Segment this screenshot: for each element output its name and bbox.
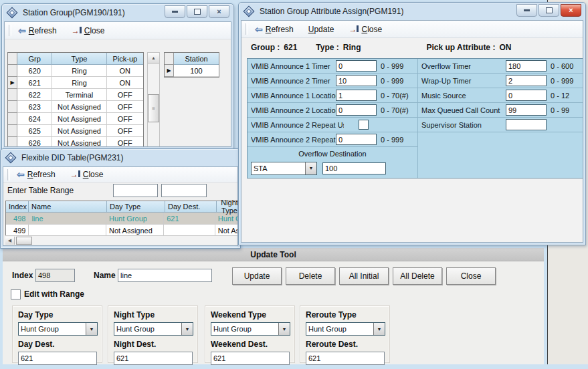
night-dest-input[interactable]: 621 xyxy=(114,352,193,365)
chevron-down-icon[interactable]: ▼ xyxy=(373,323,385,335)
toolbar-handle[interactable] xyxy=(246,23,248,35)
did-titlebar[interactable]: Flexible DID Table(PGM231) xyxy=(1,149,240,166)
col-header-night-type[interactable]: Night Type xyxy=(217,201,238,213)
col-header-grp[interactable]: Grp xyxy=(17,53,52,65)
vmib-announce2-repeat-use-checkbox[interactable] xyxy=(359,120,369,130)
weekend-type-select[interactable]: Hunt Group ▼ xyxy=(211,322,290,336)
close-menu-button[interactable]: → Close xyxy=(68,168,106,180)
table-row[interactable]: 622 Terminal OFF xyxy=(8,89,143,101)
refresh-button[interactable]: ⇦ Refresh xyxy=(15,168,58,180)
station-group-toolbar: ⇦ Refresh → Close xyxy=(5,22,231,39)
night-dest-label: Night Dest. xyxy=(114,340,192,349)
station-group-titlebar[interactable]: Station Group(PGM190/191) × xyxy=(2,4,233,21)
max-queued-call-count-input[interactable]: 99 xyxy=(506,104,547,116)
overflow-destination-value-input[interactable]: 100 xyxy=(322,162,386,174)
wrap-up-timer-input[interactable]: 2 xyxy=(506,75,547,86)
group-label: Group : xyxy=(251,43,280,52)
name-label: Name xyxy=(94,271,116,280)
table-range-row: Enter Table Range xyxy=(3,182,237,198)
col-header-index[interactable]: Index xyxy=(6,201,29,213)
table-row-selected[interactable]: ▶ 100 xyxy=(165,65,219,77)
chevron-down-icon[interactable]: ▼ xyxy=(278,323,290,335)
night-type-select[interactable]: Hunt Group ▼ xyxy=(114,322,193,336)
vmib-announce1-timer-input[interactable]: 0 xyxy=(336,60,377,72)
close-menu-button[interactable]: → Close xyxy=(347,23,384,35)
table-row[interactable]: 623 Not Assigned OFF xyxy=(8,101,143,113)
table-row[interactable]: 626 Not Assigned OFF xyxy=(8,137,143,147)
range-to-input[interactable] xyxy=(161,184,207,197)
overflow-destination-type-select[interactable]: STA ▼ xyxy=(251,162,317,175)
form-row: VMIB Announce 2 Repeat Timer 0 0 - 999 xyxy=(248,132,417,147)
exit-icon: → xyxy=(70,170,80,178)
supervisor-station-input[interactable] xyxy=(506,119,547,130)
scroll-left-button[interactable]: ◀ xyxy=(5,237,15,245)
delete-button[interactable]: Delete xyxy=(286,267,335,285)
close-button[interactable]: × xyxy=(209,5,229,18)
update-menu-button[interactable]: Update xyxy=(306,23,336,35)
col-header-station[interactable]: Station xyxy=(174,53,219,65)
restore-button[interactable] xyxy=(187,5,207,18)
attribute-titlebar[interactable]: Station Group Attribute Assign(PGM191) × xyxy=(239,3,585,20)
col-header-name[interactable]: Name xyxy=(29,201,107,213)
reroute-dest-input[interactable]: 621 xyxy=(306,352,385,365)
toolbar-handle[interactable] xyxy=(7,169,10,180)
day-dest-input[interactable]: 621 xyxy=(18,352,97,365)
table-row[interactable]: 620 Ring ON xyxy=(8,65,143,77)
table-row-selected[interactable]: ▶ 621 Ring ON xyxy=(8,77,143,89)
group-table-scrollbar[interactable]: ▲ ≡ xyxy=(147,52,160,147)
vmib-announce2-timer-input[interactable]: 10 xyxy=(336,75,377,86)
col-header-type[interactable]: Type xyxy=(52,53,106,65)
chevron-down-icon[interactable]: ▼ xyxy=(181,323,193,335)
did-hscrollbar[interactable]: ◀ xyxy=(5,235,238,245)
vmib-announce1-location-input[interactable]: 1 xyxy=(336,90,377,101)
window-icon xyxy=(243,6,255,17)
name-input[interactable]: line xyxy=(118,269,212,282)
weekend-dest-input[interactable]: 621 xyxy=(211,352,290,365)
index-input[interactable]: 498 xyxy=(35,269,75,282)
all-initial-button[interactable]: All Initial xyxy=(339,267,389,285)
table-row[interactable]: 624 Not Assigned OFF xyxy=(8,113,143,125)
close-button[interactable]: Close xyxy=(446,267,496,285)
range-from-input[interactable] xyxy=(113,184,158,197)
day-group: Day Type Hunt Group ▼ Day Dest. 621 xyxy=(12,305,102,363)
vmib-announce2-location-input[interactable]: 0 xyxy=(336,104,377,116)
minimize-button[interactable] xyxy=(165,5,185,18)
close-menu-button[interactable]: → Close xyxy=(70,25,107,37)
table-row[interactable]: 625 Not Assigned OFF xyxy=(8,125,143,137)
did-table-header: Index Name Day Type Day Dest. Night Type xyxy=(6,201,238,213)
form-row: VMIB Announce 2 Timer 10 0 - 999 xyxy=(248,74,417,88)
close-button[interactable]: × xyxy=(561,4,581,17)
form-row: Supervisor Station xyxy=(418,118,583,132)
refresh-button[interactable]: ⇦ Refresh xyxy=(16,25,59,37)
restore-button[interactable] xyxy=(538,4,559,17)
all-delete-button[interactable]: All Delete xyxy=(393,267,442,285)
refresh-button[interactable]: ⇦ Refresh xyxy=(253,23,296,35)
scroll-thumb[interactable] xyxy=(16,237,32,245)
music-source-input[interactable]: 0 xyxy=(506,90,547,101)
toolbar-handle[interactable] xyxy=(9,25,11,36)
edit-with-range-checkbox[interactable] xyxy=(11,289,21,299)
selected-row-marker-icon: ▶ xyxy=(10,80,14,86)
chevron-down-icon[interactable]: ▼ xyxy=(86,323,97,335)
col-header-day-dest[interactable]: Day Dest. xyxy=(165,201,217,213)
did-row-selected[interactable]: 498 line Hunt Group 621 Hunt Group xyxy=(6,213,238,225)
did-table: Index Name Day Type Day Dest. Night Type… xyxy=(5,201,238,237)
reroute-type-label: Reroute Type xyxy=(306,310,384,320)
did-table-window: Flexible DID Table(PGM231) ⇦ Refresh → C… xyxy=(0,148,241,249)
day-dest-label: Day Dest. xyxy=(18,340,96,349)
update-button[interactable]: Update xyxy=(232,267,282,285)
overflow-timer-input[interactable]: 180 xyxy=(506,60,547,72)
attribute-form: VMIB Announce 1 Timer 0 0 - 999 VMIB Ann… xyxy=(247,58,583,178)
col-header-day-type[interactable]: Day Type xyxy=(107,201,165,213)
minimize-button[interactable] xyxy=(516,4,537,17)
selected-row-marker-icon: ▶ xyxy=(167,68,171,74)
attribute-body: ⇦ Refresh Update → Close Group : 621 Typ… xyxy=(241,20,583,243)
scroll-thumb[interactable]: ≡ xyxy=(148,94,159,122)
reroute-type-select[interactable]: Hunt Group ▼ xyxy=(306,322,385,336)
scroll-up-button[interactable]: ▲ xyxy=(148,53,159,64)
day-type-select[interactable]: Hunt Group ▼ xyxy=(18,322,98,336)
vmib-announce2-repeat-timer-input[interactable]: 0 xyxy=(336,134,377,145)
col-header-pickup[interactable]: Pick-up xyxy=(107,53,143,65)
close-icon: × xyxy=(569,7,573,14)
chevron-down-icon[interactable]: ▼ xyxy=(305,162,316,174)
